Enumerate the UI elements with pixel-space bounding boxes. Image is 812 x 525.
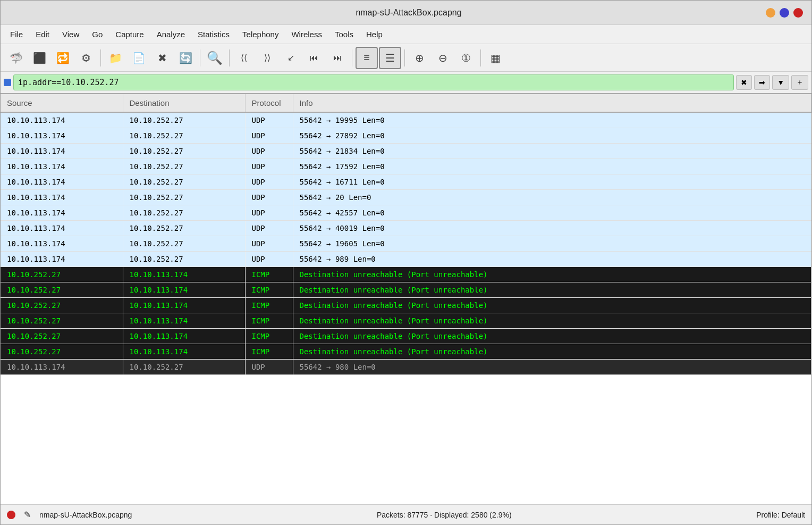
cell-info: 55642 → 20 Len=0	[293, 190, 811, 205]
menu-file[interactable]: File	[5, 28, 28, 41]
menu-wireless[interactable]: Wireless	[286, 28, 327, 41]
cell-source: 10.10.252.27	[1, 329, 123, 344]
table-row[interactable]: 10.10.252.2710.10.113.174ICMPDestination…	[1, 298, 811, 313]
detail-view-button[interactable]: ☰	[379, 47, 401, 69]
add-filter-button[interactable]: ⊕	[408, 47, 430, 69]
table-row[interactable]: 10.10.113.17410.10.252.27UDP55642 → 4255…	[1, 205, 811, 221]
goto-button[interactable]: ↙	[280, 47, 302, 69]
menu-tools[interactable]: Tools	[329, 28, 359, 41]
cell-source: 10.10.113.174	[1, 252, 123, 267]
col-destination[interactable]: Destination	[123, 94, 245, 112]
cell-destination: 10.10.113.174	[123, 313, 245, 329]
cell-protocol: ICMP	[245, 298, 293, 313]
first-button[interactable]: ⏮	[303, 47, 325, 69]
cell-protocol: UDP	[245, 144, 293, 159]
cell-destination: 10.10.113.174	[123, 267, 245, 282]
cell-destination: 10.10.252.27	[123, 144, 245, 159]
cell-info: 55642 → 980 Len=0	[293, 360, 811, 375]
options-button[interactable]: ⚙	[75, 47, 97, 69]
cell-protocol: ICMP	[245, 267, 293, 282]
filter-input[interactable]	[13, 74, 734, 90]
cell-source: 10.10.252.27	[1, 298, 123, 313]
status-recording-dot	[7, 511, 15, 519]
table-row[interactable]: 10.10.113.17410.10.252.27UDP55642 → 2183…	[1, 144, 811, 159]
columns-button[interactable]: ▦	[484, 47, 506, 69]
title-bar: nmap-sU-AttackBox.pcapng	[1, 1, 811, 25]
table-row[interactable]: 10.10.113.17410.10.252.27UDP55642 → 1960…	[1, 236, 811, 252]
cell-source: 10.10.113.174	[1, 112, 123, 128]
cell-source: 10.10.113.174	[1, 190, 123, 205]
cell-info: 55642 → 21834 Len=0	[293, 144, 811, 159]
table-row[interactable]: 10.10.113.17410.10.252.27UDP55642 → 980 …	[1, 360, 811, 375]
cell-source: 10.10.113.174	[1, 174, 123, 190]
table-row[interactable]: 10.10.113.17410.10.252.27UDP55642 → 1759…	[1, 159, 811, 174]
start-capture-button[interactable]: 🦈	[5, 47, 27, 69]
cell-protocol: UDP	[245, 159, 293, 174]
menu-capture[interactable]: Capture	[110, 28, 149, 41]
table-row[interactable]: 10.10.252.2710.10.113.174ICMPDestination…	[1, 329, 811, 344]
menu-analyze[interactable]: Analyze	[151, 28, 190, 41]
cell-source: 10.10.113.174	[1, 144, 123, 159]
close-dot[interactable]	[793, 8, 803, 18]
filter-dropdown-button[interactable]: ▼	[772, 75, 789, 90]
table-wrapper[interactable]: Source Destination Protocol Info 10.10.1…	[1, 94, 811, 504]
menu-view[interactable]: View	[57, 28, 84, 41]
forward-button[interactable]: ⟩⟩	[256, 47, 278, 69]
status-profile: Profile: Default	[756, 511, 805, 519]
maximize-dot[interactable]	[780, 8, 789, 18]
open-button[interactable]: 📁	[104, 47, 126, 69]
table-row[interactable]: 10.10.113.17410.10.252.27UDP55642 → 1671…	[1, 174, 811, 190]
packet-list: Source Destination Protocol Info 10.10.1…	[1, 94, 811, 504]
filter-arrow-button[interactable]: ➡	[754, 75, 770, 90]
menu-help[interactable]: Help	[361, 28, 388, 41]
cell-info: 55642 → 27892 Len=0	[293, 128, 811, 144]
table-row[interactable]: 10.10.252.2710.10.113.174ICMPDestination…	[1, 282, 811, 298]
table-row[interactable]: 10.10.113.17410.10.252.27UDP55642 → 2789…	[1, 128, 811, 144]
cell-destination: 10.10.113.174	[123, 329, 245, 344]
save-button[interactable]: 📄	[128, 47, 150, 69]
col-source[interactable]: Source	[1, 94, 123, 112]
toolbar-sep-5	[404, 49, 405, 66]
cell-info: 55642 → 19995 Len=0	[293, 112, 811, 128]
toolbar-sep-4	[352, 49, 352, 66]
minimize-dot[interactable]	[766, 8, 775, 18]
menu-go[interactable]: Go	[87, 28, 108, 41]
table-row[interactable]: 10.10.113.17410.10.252.27UDP55642 → 989 …	[1, 252, 811, 267]
num-button[interactable]: ①	[455, 47, 477, 69]
filter-bar: ✖ ➡ ▼ ＋	[1, 72, 811, 94]
cell-protocol: ICMP	[245, 329, 293, 344]
find-button[interactable]: 🔍	[204, 47, 226, 69]
menu-telephony[interactable]: Telephony	[237, 28, 284, 41]
cell-destination: 10.10.252.27	[123, 128, 245, 144]
reload-button[interactable]: 🔄	[174, 47, 197, 69]
cell-source: 10.10.113.174	[1, 128, 123, 144]
window-title: nmap-sU-AttackBox.pcapng	[52, 8, 766, 18]
stop-capture-button[interactable]: ⬛	[28, 47, 50, 69]
restart-capture-button[interactable]: 🔁	[52, 47, 74, 69]
table-row[interactable]: 10.10.252.2710.10.113.174ICMPDestination…	[1, 313, 811, 329]
table-row[interactable]: 10.10.113.17410.10.252.27UDP55642 → 4001…	[1, 221, 811, 236]
back-button[interactable]: ⟨⟨	[233, 47, 255, 69]
table-row[interactable]: 10.10.252.2710.10.113.174ICMPDestination…	[1, 267, 811, 282]
list-view-button[interactable]: ≡	[356, 47, 378, 69]
remove-filter-button[interactable]: ⊖	[432, 47, 454, 69]
col-info[interactable]: Info	[293, 94, 811, 112]
cell-info: Destination unreachable (Port unreachabl…	[293, 267, 811, 282]
cell-protocol: UDP	[245, 112, 293, 128]
filter-add-button[interactable]: ＋	[791, 75, 808, 90]
close-button[interactable]: ✖	[151, 47, 173, 69]
menu-edit[interactable]: Edit	[30, 28, 55, 41]
table-row[interactable]: 10.10.252.2710.10.113.174ICMPDestination…	[1, 344, 811, 360]
cell-source: 10.10.252.27	[1, 313, 123, 329]
cell-protocol: UDP	[245, 174, 293, 190]
menu-statistics[interactable]: Statistics	[192, 28, 235, 41]
cell-protocol: UDP	[245, 360, 293, 375]
cell-info: 55642 → 42557 Len=0	[293, 205, 811, 221]
toolbar-sep-6	[480, 49, 481, 66]
table-row[interactable]: 10.10.113.17410.10.252.27UDP55642 → 20 L…	[1, 190, 811, 205]
col-protocol[interactable]: Protocol	[245, 94, 293, 112]
last-button[interactable]: ⏭	[326, 47, 349, 69]
title-controls	[766, 8, 803, 18]
table-row[interactable]: 10.10.113.17410.10.252.27UDP55642 → 1999…	[1, 112, 811, 128]
filter-clear-button[interactable]: ✖	[736, 75, 752, 90]
